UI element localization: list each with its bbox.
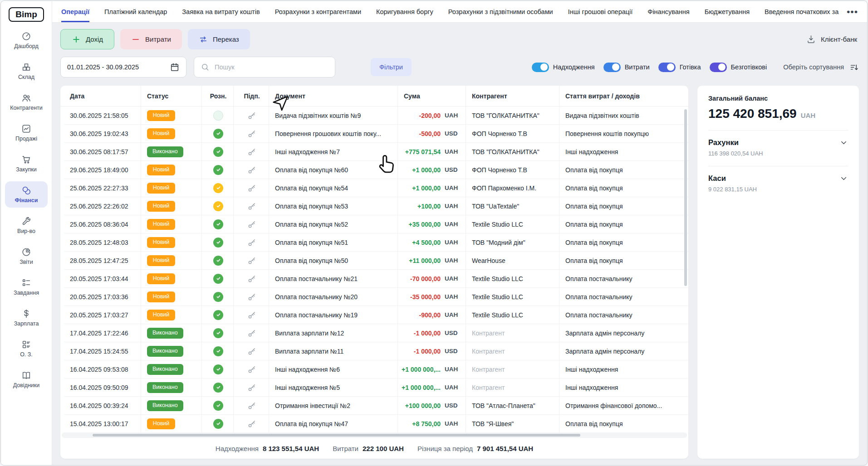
key-icon[interactable] <box>247 256 256 265</box>
tab-0[interactable]: Операції <box>61 1 89 22</box>
filters-button[interactable]: Фільтри <box>371 58 412 76</box>
app-logo[interactable]: Bimp <box>9 7 44 22</box>
tab-1[interactable]: Платіжний календар <box>104 1 167 22</box>
cell-category: Оплата від покупця <box>559 179 688 197</box>
income-button[interactable]: Дохід <box>60 29 114 49</box>
key-icon[interactable] <box>247 347 256 356</box>
transfer-button[interactable]: Переказ <box>188 29 250 49</box>
sidebar-item-11[interactable]: Довідники <box>5 366 48 393</box>
tab-3[interactable]: Розрахунки з контрагентами <box>275 1 361 22</box>
accounts-header[interactable]: Рахунки <box>708 138 848 147</box>
key-icon[interactable] <box>247 292 256 301</box>
search-input[interactable] <box>215 63 329 71</box>
date-range-input[interactable]: 01.01.2025 - 30.09.2025 <box>60 57 186 78</box>
table-row[interactable]: 17.04.2025 15:24:55ВиконаноВиплата зарпл… <box>64 342 688 360</box>
key-icon[interactable] <box>247 383 256 392</box>
sort-select[interactable]: Оберіть сортування <box>783 63 859 72</box>
tab-8[interactable]: Бюджетування <box>705 1 750 22</box>
key-icon[interactable] <box>247 329 256 338</box>
sidebar-item-1[interactable]: Склад <box>5 58 48 84</box>
table-row[interactable]: 30.06.2025 21:58:05НовийВидача підзвітни… <box>64 107 688 125</box>
key-icon[interactable] <box>247 202 256 211</box>
cash-value: 9 022 831,15 UAH <box>708 186 848 193</box>
sidebar-item-8[interactable]: Завдання <box>5 274 48 300</box>
toggle-switch[interactable] <box>603 63 621 72</box>
key-icon[interactable] <box>247 184 256 193</box>
column-header-5[interactable]: Сума <box>398 86 466 106</box>
tab-6[interactable]: Інші грошові операції <box>568 1 633 22</box>
table-row[interactable]: 25.06.2025 22:27:33НовийОплата від покуп… <box>64 179 688 197</box>
key-icon[interactable] <box>247 311 256 320</box>
table-row[interactable]: 16.04.2025 00:39:24ВиконаноОтримання інв… <box>64 397 688 415</box>
tab-7[interactable]: Фінансування <box>647 1 689 22</box>
chevron-down-icon[interactable] <box>839 138 848 147</box>
sidebar-item-7[interactable]: Звіти <box>5 243 48 269</box>
toggle-switch[interactable] <box>532 63 549 72</box>
tab-2[interactable]: Заявка на витрату коштів <box>182 1 260 22</box>
column-header-7[interactable]: Стаття витрат / доходів <box>559 86 688 106</box>
key-icon[interactable] <box>247 401 256 410</box>
table-row[interactable]: 25.06.2025 08:36:04НовийОплата від покуп… <box>64 215 688 233</box>
sidebar-item-10[interactable]: О. З. <box>5 335 48 362</box>
key-icon[interactable] <box>247 220 256 229</box>
table-row[interactable]: 20.05.2025 17:03:36НовийОплата постачаль… <box>64 288 688 306</box>
column-header-6[interactable]: Контрагент <box>466 86 559 106</box>
cell-check <box>202 143 234 160</box>
sidebar-item-4[interactable]: Закупки <box>5 150 48 177</box>
table-row[interactable]: 16.04.2025 09:53:08ВиконаноІнші надходже… <box>64 360 688 379</box>
key-icon[interactable] <box>247 419 256 428</box>
sidebar-item-label: Контрагенти <box>10 105 43 111</box>
key-icon[interactable] <box>247 238 256 247</box>
check-circle-icon <box>213 183 223 193</box>
toggle-switch[interactable] <box>658 63 676 72</box>
key-icon[interactable] <box>247 365 256 374</box>
sidebar-item-5[interactable]: Фінанси <box>5 181 48 208</box>
sidebar-item-9[interactable]: Зарплата <box>5 305 48 331</box>
cell-signature <box>234 215 269 233</box>
key-icon[interactable] <box>247 129 256 138</box>
calendar-icon <box>170 62 180 72</box>
cash-header[interactable]: Каси <box>708 174 848 183</box>
expense-button[interactable]: Витрати <box>120 29 182 49</box>
toggle-knob <box>612 63 619 71</box>
tab-4[interactable]: Коригування боргу <box>376 1 433 22</box>
column-header-0[interactable]: Дата <box>64 86 141 106</box>
table-row[interactable]: 30.06.2025 19:02:43НовийПовернення грошо… <box>64 125 688 143</box>
tabs-overflow-button[interactable]: ••• <box>844 6 861 17</box>
table-row[interactable]: 17.04.2025 17:22:46ВиконаноВиплата зарпл… <box>64 324 688 342</box>
toggle-switch[interactable] <box>710 63 727 72</box>
sidebar-item-label: Звіти <box>20 259 33 265</box>
sidebar-item-3[interactable]: Продажі <box>5 120 48 146</box>
column-header-4[interactable]: Документ <box>269 86 398 106</box>
column-header-2[interactable]: Розн. <box>202 86 234 106</box>
sidebar-item-6[interactable]: Вир-во <box>5 212 48 238</box>
cell-signature <box>234 379 269 396</box>
table-row[interactable]: 25.06.2025 22:26:02НовийОплата від покуп… <box>64 197 688 215</box>
key-icon[interactable] <box>247 147 256 156</box>
key-icon[interactable] <box>247 274 256 283</box>
table-row[interactable]: 28.05.2025 12:47:25НовийОплата від покуп… <box>64 252 688 270</box>
table-row[interactable]: 30.06.2025 08:17:57ВиконаноІнші надходже… <box>64 143 688 161</box>
key-icon[interactable] <box>247 165 256 175</box>
table-row[interactable]: 20.05.2025 17:03:44НовийОплата постачаль… <box>64 270 688 288</box>
horizontal-scrollbar-thumb[interactable] <box>93 434 580 437</box>
table-row[interactable]: 15.04.2025 13:00:17НовийОплата від покуп… <box>64 415 688 432</box>
cell-date: 16.04.2025 09:53:08 <box>64 360 141 378</box>
client-bank-button[interactable]: Клієнт-банк <box>806 34 859 44</box>
tab-9[interactable]: Введення початкових за <box>765 1 839 22</box>
column-header-1[interactable]: Статус <box>141 86 202 106</box>
table-row[interactable]: 20.05.2025 17:03:27НовийОплата постачаль… <box>64 306 688 324</box>
table-row[interactable]: 29.06.2025 18:49:00НовийОплата від покуп… <box>64 161 688 179</box>
table-row[interactable]: 28.05.2025 12:48:03НовийОплата від покуп… <box>64 233 688 252</box>
cell-document: Повернення грошових коштів поку... <box>269 125 398 142</box>
column-header-3[interactable]: Підп. <box>234 86 269 106</box>
sidebar-item-2[interactable]: Контрагенти <box>5 89 48 115</box>
accounts-section: Рахунки 116 398 020,54 UAH <box>708 130 848 157</box>
chevron-down-icon[interactable] <box>839 174 848 183</box>
sidebar-item-0[interactable]: Дашборд <box>5 27 48 53</box>
vertical-scrollbar[interactable] <box>684 109 687 286</box>
key-icon[interactable] <box>247 111 256 120</box>
cell-counterparty: Textile Studio LLC <box>466 288 559 306</box>
tab-5[interactable]: Розрахунки з підзвітними особами <box>448 1 553 22</box>
table-row[interactable]: 16.04.2025 09:50:09ВиконаноІнші надходже… <box>64 379 688 397</box>
